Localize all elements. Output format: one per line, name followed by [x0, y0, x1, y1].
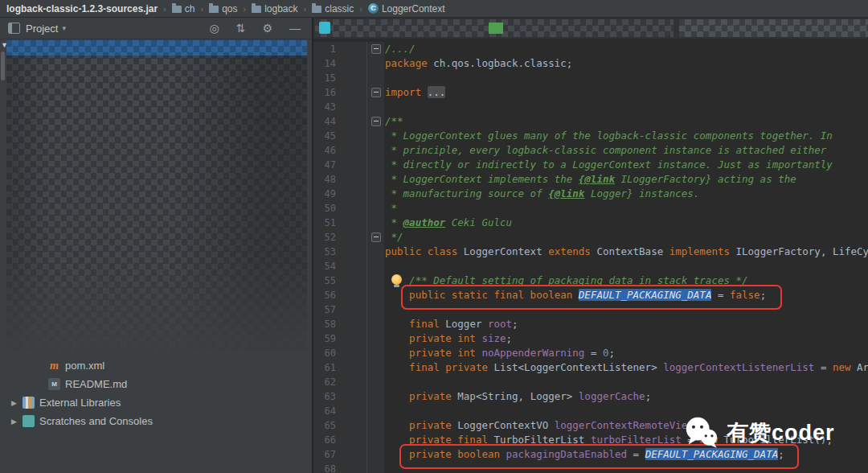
code-line-53[interactable]: 53public class LoggerContext extends Con…	[313, 245, 868, 259]
breadcrumb-item-qos[interactable]: qos	[209, 3, 237, 14]
code-line-68[interactable]: 68	[313, 462, 868, 473]
code-line-47[interactable]: 47 * directly or indirectly to a LoggerC…	[313, 158, 868, 172]
line-number[interactable]: 52	[313, 230, 367, 245]
line-number[interactable]: 60	[313, 346, 367, 360]
line-number[interactable]: 62	[313, 375, 367, 389]
fold-toggle-icon[interactable]	[371, 232, 381, 242]
code-line-44[interactable]: 44/**	[313, 114, 868, 129]
code-line-54[interactable]: 54	[313, 259, 868, 274]
line-number[interactable]: 61	[313, 360, 367, 375]
line-number[interactable]: 59	[313, 331, 367, 346]
code-line-14[interactable]: 14package ch.qos.logback.classic;	[313, 56, 868, 71]
line-number[interactable]: 14	[313, 56, 367, 71]
folded-region[interactable]: ...	[428, 86, 446, 98]
breadcrumb-item-logback-classic-1-2-3-sources-jar[interactable]: logback-classic-1.2.3-sources.jar	[6, 3, 158, 14]
code-token: /**	[385, 115, 403, 127]
breadcrumb-item-classic[interactable]: classic	[312, 3, 354, 14]
settings-gear-icon[interactable]: ⚙	[262, 23, 272, 34]
line-number[interactable]: 46	[313, 143, 367, 158]
line-number[interactable]: 57	[313, 302, 367, 317]
code-line-59[interactable]: 59 private int size;	[313, 331, 868, 346]
code-token: private	[409, 390, 452, 402]
tree-item-readme-md[interactable]: MREADME.md	[0, 375, 312, 393]
tree-root-expander-icon[interactable]: ▼	[1, 41, 8, 49]
code-text	[384, 302, 868, 317]
code-token: root	[488, 318, 512, 330]
locate-file-icon[interactable]: ◎	[209, 23, 219, 34]
code-token	[385, 347, 409, 359]
code-token: ;	[506, 332, 513, 344]
code-line-49[interactable]: 49 * manufacturing source of {@link Logg…	[313, 187, 868, 201]
line-number[interactable]: 43	[313, 100, 367, 114]
line-number[interactable]: 15	[313, 71, 367, 85]
code-line-57[interactable]: 57	[313, 302, 868, 317]
project-panel-title[interactable]: Project ▾	[26, 23, 66, 35]
fold-column	[367, 56, 384, 71]
line-number[interactable]: 49	[313, 187, 367, 201]
expand-chevron-icon[interactable]: ▶	[11, 399, 23, 407]
tree-item-scratches-and-consoles[interactable]: ▶Scratches and Consoles	[0, 412, 312, 430]
breadcrumb-item-loggercontext[interactable]: CLoggerContext	[368, 3, 445, 14]
line-number[interactable]: 68	[313, 462, 367, 473]
code-line-63[interactable]: 63 private Map<String, Logger> loggerCac…	[313, 389, 868, 404]
code-line-43[interactable]: 43	[313, 100, 868, 114]
code-line-15[interactable]: 15	[313, 71, 868, 85]
fold-toggle-icon[interactable]	[371, 88, 381, 97]
editor-header-censored	[679, 19, 868, 37]
line-number[interactable]: 53	[313, 245, 367, 259]
code-line-16[interactable]: 16import ...	[313, 85, 868, 100]
hide-panel-icon[interactable]: —	[289, 23, 301, 34]
line-number[interactable]: 63	[313, 389, 367, 404]
fold-column	[367, 346, 384, 360]
code-token: private final	[409, 434, 488, 446]
line-number[interactable]: 55	[313, 274, 367, 288]
code-line-1[interactable]: 1/.../	[313, 42, 868, 56]
code-line-61[interactable]: 61 final private List<LoggerContextListe…	[313, 360, 868, 375]
intention-bulb-icon[interactable]	[391, 274, 402, 287]
line-number[interactable]: 65	[313, 418, 367, 433]
tree-item-external-libraries[interactable]: ▶External Libraries	[0, 393, 312, 412]
line-number[interactable]: 64	[313, 404, 367, 418]
line-number[interactable]: 54	[313, 259, 367, 274]
fold-column	[367, 85, 384, 100]
tree-scrollbar-thumb[interactable]	[1, 51, 5, 80]
code-line-46[interactable]: 46 * principle, every logback-classic co…	[313, 143, 868, 158]
expand-chevron-icon[interactable]: ▶	[11, 417, 23, 426]
line-number[interactable]: 16	[313, 85, 367, 100]
breadcrumb-item-ch[interactable]: ch	[172, 3, 195, 14]
line-number[interactable]: 56	[313, 288, 367, 302]
folder-icon	[252, 6, 261, 13]
line-number[interactable]: 66	[313, 433, 367, 447]
code-token: ;	[760, 289, 767, 301]
breadcrumb-item-logback[interactable]: logback	[252, 3, 297, 14]
fold-column	[367, 129, 384, 143]
libraries-icon	[23, 397, 35, 409]
code-line-62[interactable]: 62	[313, 375, 868, 389]
code-line-60[interactable]: 60 private int noAppenderWarning = 0;	[313, 346, 868, 360]
line-number[interactable]: 48	[313, 172, 367, 187]
code-token	[385, 434, 409, 446]
line-number[interactable]: 45	[313, 129, 367, 143]
expand-collapse-icon[interactable]: ⇅	[236, 23, 246, 34]
fold-toggle-icon[interactable]	[371, 117, 381, 126]
line-number[interactable]: 51	[313, 216, 367, 230]
line-number[interactable]: 1	[313, 42, 367, 56]
code-line-48[interactable]: 48 * LoggerContext implements the {@link…	[313, 172, 868, 187]
code-line-50[interactable]: 50 *	[313, 201, 868, 216]
code-line-51[interactable]: 51 * @author Ceki Gulcu	[313, 216, 868, 230]
fold-column	[367, 375, 384, 389]
code-line-56[interactable]: 56 public static final boolean DEFAULT_P…	[313, 288, 868, 302]
code-line-45[interactable]: 45 * LoggerContext glues many of the log…	[313, 129, 868, 143]
line-number[interactable]: 50	[313, 201, 367, 216]
line-number[interactable]: 58	[313, 317, 367, 331]
code-line-52[interactable]: 52 */	[313, 230, 868, 245]
breadcrumb-label: logback	[264, 3, 297, 14]
line-number[interactable]: 47	[313, 158, 367, 172]
code-line-58[interactable]: 58 final Logger root;	[313, 317, 868, 331]
line-number[interactable]: 44	[313, 114, 367, 129]
fold-toggle-icon[interactable]	[371, 44, 381, 54]
fold-column	[367, 100, 384, 114]
tree-item-pom-xml[interactable]: mpom.xml	[0, 356, 312, 375]
line-number[interactable]: 67	[313, 447, 367, 462]
code-token: * LoggerContext glues many of the logbac…	[385, 130, 833, 142]
